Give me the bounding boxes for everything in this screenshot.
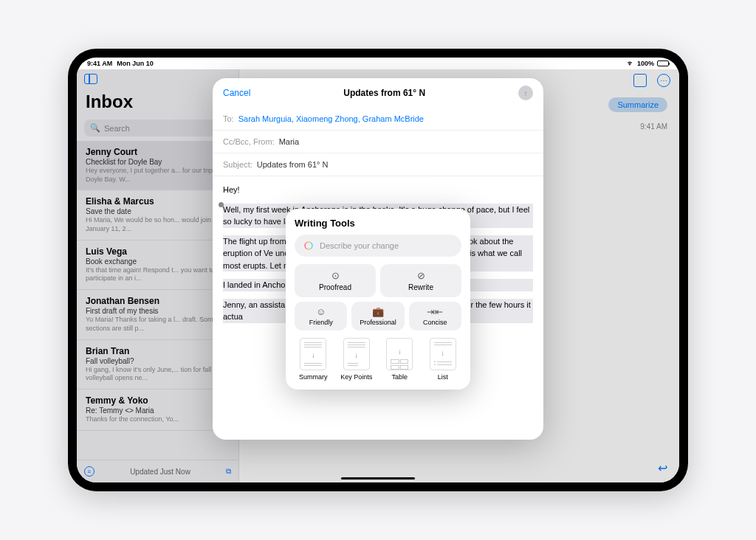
battery-icon [657,60,669,66]
list-format-button[interactable]: ↓ List [425,338,462,381]
writing-tools-popover: Writing Tools Describe your change ⊙ Pro… [286,209,470,390]
proofread-button[interactable]: ⊙ Proofread [295,264,376,297]
sparkle-icon [303,240,314,251]
sidebar-footer: ≡ Updated Just Now ⧉ [77,460,238,482]
compose-icon[interactable] [633,74,647,87]
status-time: 9:41 AM [87,60,112,67]
subject-field[interactable]: Subject: Updates from 61° N [213,153,543,176]
svg-point-0 [305,242,312,249]
ipad-frame: 9:41 AM Mon Jun 10 ᯤ 100% Inbox 🔍 Search [68,49,688,491]
table-format-button[interactable]: ↓ Table [381,338,419,381]
status-bar: 9:41 AM Mon Jun 10 ᯤ 100% [77,58,679,69]
wt-describe-input[interactable]: Describe your change [295,235,461,257]
magnify-icon: ⊙ [331,270,340,281]
rewrite-icon: ⊘ [417,270,425,281]
selection-handle-icon[interactable] [219,202,224,207]
smile-icon: ☺ [316,306,326,317]
keypoints-format-button[interactable]: ↓ Key Points [338,338,376,381]
wt-input-placeholder: Describe your change [320,241,399,250]
cancel-button[interactable]: Cancel [223,88,250,98]
search-input[interactable]: 🔍 Search [84,120,231,136]
writing-tools-title: Writing Tools [295,218,461,229]
search-icon: 🔍 [90,123,100,133]
search-placeholder: Search [104,124,130,133]
keypoints-preview-icon: ↓ [343,338,370,370]
update-status: Updated Just Now [100,468,220,476]
status-date: Mon Jun 10 [117,60,154,67]
table-preview-icon: ↓ [386,338,413,370]
filter-icon[interactable]: ≡ [84,466,94,477]
concise-button[interactable]: ⇥⇤ Concise [409,302,461,330]
recipients[interactable]: Sarah Murguia, Xiaomeng Zhong, Graham Mc… [238,114,424,123]
list-preview-icon: ↓ [430,338,456,370]
home-indicator[interactable] [341,477,415,480]
summarize-button[interactable]: Summarize [608,97,667,112]
sidebar-toggle-icon[interactable] [84,74,97,84]
professional-button[interactable]: 💼 Professional [351,302,404,330]
briefcase-icon: 💼 [372,306,384,317]
ccbcc-field[interactable]: Cc/Bcc, From: Maria [213,131,543,153]
screen: 9:41 AM Mon Jun 10 ᯤ 100% Inbox 🔍 Search [77,58,679,482]
more-icon[interactable]: ⋯ [657,74,670,87]
friendly-button[interactable]: ☺ Friendly [295,302,347,330]
concise-icon: ⇥⇤ [427,306,443,317]
send-button[interactable]: ↑ [518,86,533,100]
battery-percent: 100% [637,60,654,67]
summary-format-button[interactable]: ↓ Summary [295,338,332,381]
wifi-icon: ᯤ [628,60,634,67]
rewrite-button[interactable]: ⊘ Rewrite [380,264,461,297]
copy-icon[interactable]: ⧉ [226,467,231,476]
reply-action-icon[interactable]: ↩ [658,462,667,474]
to-field[interactable]: To: Sarah Murguia, Xiaomeng Zhong, Graha… [213,108,543,131]
summary-preview-icon: ↓ [300,338,326,370]
compose-title: Updates from 61° N [343,88,425,98]
